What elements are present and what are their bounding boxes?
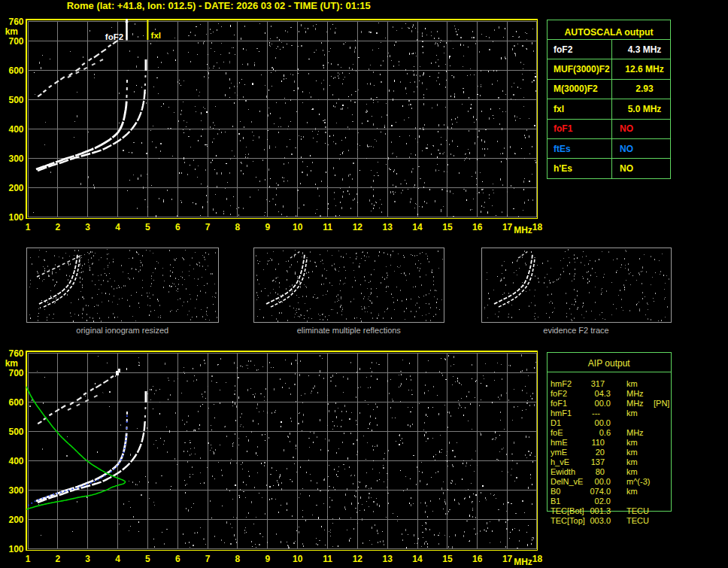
svg-text:20: 20 (596, 448, 605, 457)
svg-text:M(3000)F2: M(3000)F2 (554, 84, 598, 94)
svg-text:h'Es: h'Es (554, 163, 572, 174)
svg-text:foF1: foF1 (554, 123, 573, 134)
svg-text:04.3: 04.3 (595, 389, 611, 398)
svg-text:AUTOSCALA output: AUTOSCALA output (565, 27, 654, 38)
svg-text:400: 400 (8, 456, 23, 466)
svg-text:NO: NO (620, 144, 633, 154)
svg-text:fxI: fxI (554, 104, 564, 114)
svg-text:Ewidth: Ewidth (551, 467, 575, 476)
svg-text:200: 200 (8, 515, 23, 525)
svg-text:DelN_vE: DelN_vE (551, 477, 583, 486)
svg-text:ymE: ymE (551, 448, 567, 457)
svg-text:16: 16 (472, 554, 483, 564)
svg-text:300: 300 (8, 153, 23, 164)
svg-text:00.0: 00.0 (595, 418, 611, 427)
svg-text:300: 300 (8, 485, 23, 496)
svg-text:ftEs: ftEs (554, 144, 571, 154)
svg-text:10: 10 (293, 222, 303, 232)
svg-text:3: 3 (85, 554, 90, 564)
svg-text:MHz: MHz (626, 389, 644, 398)
svg-text:km: km (626, 379, 638, 388)
svg-text:8: 8 (235, 222, 241, 232)
svg-text:[PN]: [PN] (654, 399, 669, 408)
svg-text:15: 15 (442, 222, 453, 232)
svg-text:110: 110 (591, 438, 605, 447)
svg-text:original ionogram resized: original ionogram resized (76, 326, 168, 335)
svg-text:NO: NO (620, 123, 633, 134)
svg-text:11: 11 (323, 554, 332, 564)
svg-text:fxI: fxI (151, 31, 161, 40)
svg-text:317: 317 (591, 379, 605, 388)
svg-text:Rome (lat: +41.8, lon: 012.5): Rome (lat: +41.8, lon: 012.5) - DATE: 20… (67, 0, 371, 11)
svg-text:MHz: MHz (514, 557, 532, 567)
svg-text:5: 5 (145, 222, 150, 232)
svg-text:074.0: 074.0 (590, 487, 611, 496)
svg-text:10: 10 (293, 554, 303, 564)
svg-text:600: 600 (8, 65, 23, 76)
svg-text:11: 11 (323, 222, 332, 232)
svg-text:9: 9 (265, 222, 270, 232)
svg-text:4: 4 (115, 222, 120, 232)
svg-text:12.6 MHz: 12.6 MHz (625, 64, 663, 74)
svg-text:18: 18 (532, 554, 543, 564)
svg-text:foF2: foF2 (554, 44, 573, 55)
svg-text:1: 1 (26, 222, 31, 232)
svg-text:7: 7 (205, 222, 211, 232)
svg-text:17: 17 (502, 554, 513, 564)
svg-text:9: 9 (265, 554, 270, 564)
svg-text:km: km (626, 409, 638, 418)
svg-text:00.0: 00.0 (595, 477, 611, 486)
svg-text:600: 600 (8, 397, 23, 408)
svg-text:500: 500 (8, 427, 23, 437)
svg-text:foF1: foF1 (551, 399, 567, 408)
svg-text:137: 137 (591, 457, 605, 466)
svg-text:h_vE: h_vE (551, 457, 569, 466)
svg-text:km: km (626, 467, 638, 476)
svg-text:13: 13 (383, 222, 393, 232)
svg-text:15: 15 (442, 554, 453, 564)
svg-text:eliminate multiple reflections: eliminate multiple reflections (297, 326, 402, 335)
svg-text:100: 100 (8, 212, 23, 223)
svg-text:16: 16 (472, 222, 483, 232)
svg-text:B0: B0 (551, 487, 560, 496)
svg-text:AIP output: AIP output (588, 358, 630, 369)
svg-text:13: 13 (383, 554, 393, 564)
svg-text:3: 3 (85, 222, 90, 232)
svg-text:5.0 MHz: 5.0 MHz (628, 104, 662, 114)
svg-text:km: km (5, 358, 18, 369)
svg-text:foF2: foF2 (105, 32, 123, 41)
svg-text:km: km (626, 487, 638, 496)
svg-text:2: 2 (56, 222, 61, 232)
svg-text:12: 12 (353, 554, 363, 564)
svg-text:1: 1 (26, 554, 31, 564)
svg-text:MHz: MHz (626, 428, 644, 437)
svg-text:14: 14 (412, 222, 423, 232)
svg-text:foF2: foF2 (551, 389, 567, 398)
svg-text:200: 200 (8, 183, 23, 193)
svg-text:003.0: 003.0 (590, 516, 611, 525)
svg-text:---: --- (592, 409, 600, 418)
svg-text:hmF1: hmF1 (551, 409, 572, 418)
svg-text:hmE: hmE (551, 438, 568, 447)
svg-text:2: 2 (56, 554, 61, 564)
svg-text:4: 4 (115, 554, 120, 564)
svg-text:17: 17 (502, 222, 513, 232)
svg-text:6: 6 (175, 222, 180, 232)
svg-text:B1: B1 (551, 497, 560, 506)
svg-text:02.0: 02.0 (595, 497, 611, 506)
svg-text:6: 6 (175, 554, 180, 564)
svg-text:TECU: TECU (626, 506, 649, 515)
svg-text:m^(-3): m^(-3) (626, 477, 650, 486)
svg-text:7: 7 (205, 554, 211, 564)
svg-text:18: 18 (532, 222, 543, 232)
svg-text:700: 700 (8, 368, 23, 378)
svg-text:5: 5 (145, 554, 150, 564)
svg-text:8: 8 (235, 554, 241, 564)
svg-text:TEC[Top]: TEC[Top] (551, 516, 585, 525)
svg-text:km: km (626, 457, 638, 466)
svg-text:00.0: 00.0 (595, 399, 611, 408)
svg-text:hmF2: hmF2 (551, 379, 572, 388)
svg-text:foE: foE (551, 428, 563, 437)
svg-text:TECU: TECU (626, 516, 649, 525)
svg-text:14: 14 (412, 554, 423, 564)
